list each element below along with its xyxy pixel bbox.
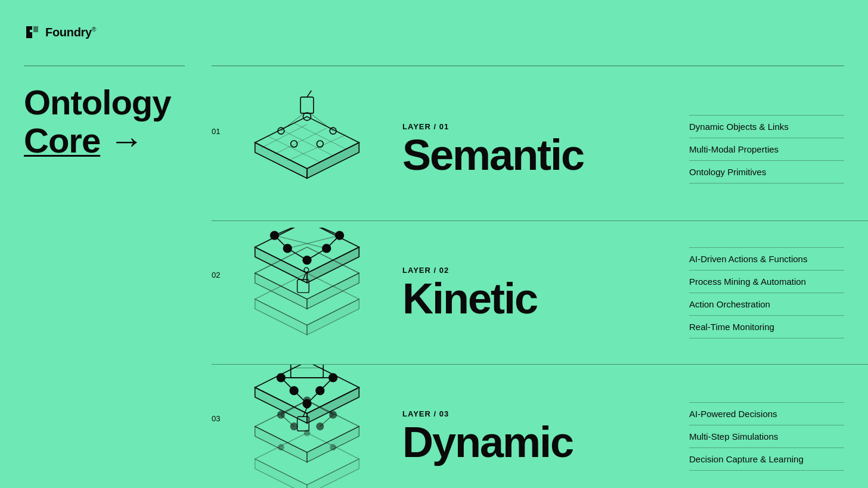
layer-num-3: 03 — [212, 414, 235, 423]
layer-num-2: 02 — [212, 271, 235, 279]
svg-point-44 — [304, 268, 309, 272]
layer-num-1: 01 — [212, 127, 235, 136]
svg-marker-2 — [307, 142, 359, 178]
features-list-1: Dynamic Objects & Links Multi-Modal Prop… — [689, 115, 868, 184]
svg-marker-52 — [255, 427, 307, 462]
layer-illustration-3 — [235, 377, 379, 488]
svg-line-4 — [281, 129, 333, 156]
sidebar: Ontology Core → — [24, 83, 185, 160]
feature-item: AI-Powered Decisions — [689, 402, 844, 425]
feature-item: Decision Capture & Learning — [689, 448, 844, 471]
layer-label-2: LAYER / 02 — [402, 266, 671, 275]
svg-line-17 — [281, 113, 303, 130]
sidebar-title: Ontology Core → — [24, 83, 185, 160]
main-content: 01 — [212, 0, 868, 488]
layer-info-3: LAYER / 03 Dynamic — [379, 409, 689, 464]
svg-line-40 — [274, 235, 326, 248]
layer-label-1: LAYER / 01 — [402, 122, 671, 131]
svg-line-34 — [274, 228, 307, 235]
layer-row-1: 01 — [212, 72, 868, 221]
layer-info-2: LAYER / 02 Kinetic — [379, 266, 689, 320]
layer-illustration-2 — [235, 233, 379, 352]
layer-name-2: Kinetic — [402, 277, 671, 320]
layer-label-3: LAYER / 03 — [402, 409, 671, 418]
logo: Foundry® — [24, 24, 96, 41]
svg-line-15 — [307, 91, 314, 97]
sidebar-link[interactable]: Core — [24, 121, 100, 160]
svg-point-12 — [291, 141, 297, 147]
svg-line-75 — [281, 378, 294, 391]
kinetic-illustration — [235, 228, 379, 358]
feature-item: Process Mining & Automation — [689, 271, 844, 293]
svg-marker-47 — [307, 459, 359, 488]
svg-line-38 — [287, 248, 307, 260]
layer-illustration-1 — [235, 89, 379, 209]
features-list-3: AI-Powered Decisions Multi-Step Simulati… — [689, 402, 868, 471]
feature-item: Dynamic Objects & Links — [689, 115, 844, 138]
top-divider-left — [24, 66, 185, 66]
svg-rect-14 — [300, 97, 314, 113]
feature-item: Multi-Step Simulations — [689, 425, 844, 448]
semantic-illustration — [235, 91, 379, 207]
svg-line-61 — [281, 415, 294, 427]
layer-name-1: Semantic — [402, 133, 671, 176]
feature-item: Action Orchestration — [689, 293, 844, 316]
layer-row-2: 02 — [212, 221, 868, 365]
svg-marker-46 — [255, 459, 307, 488]
dynamic-illustration — [235, 365, 379, 488]
layer-row-3: 03 — [212, 365, 868, 488]
svg-line-18 — [310, 113, 333, 130]
logo-text: Foundry® — [45, 26, 96, 39]
svg-line-41 — [287, 235, 339, 248]
layer-name-3: Dynamic — [402, 421, 671, 464]
foundry-logo-icon — [24, 24, 41, 41]
features-list-2: AI-Driven Actions & Functions Process Mi… — [689, 247, 868, 338]
svg-line-76 — [320, 378, 333, 391]
svg-line-62 — [320, 415, 333, 427]
svg-marker-1 — [255, 142, 307, 178]
feature-item: Real-Time Monitoring — [689, 316, 844, 338]
feature-item: Ontology Primitives — [689, 161, 844, 184]
svg-line-35 — [307, 228, 340, 235]
layer-info-1: LAYER / 01 Semantic — [379, 122, 689, 176]
svg-marker-53 — [307, 427, 359, 462]
svg-line-39 — [307, 248, 327, 260]
feature-item: AI-Driven Actions & Functions — [689, 247, 844, 271]
feature-item: Multi-Modal Properties — [689, 138, 844, 161]
